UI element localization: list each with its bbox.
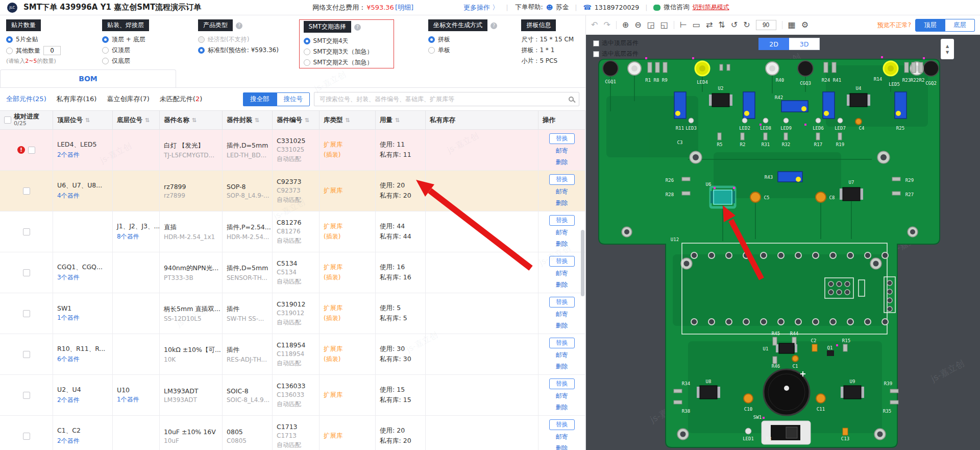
radio-other-qty[interactable] (6, 48, 13, 54)
table-row[interactable]: !LED4、LED52个器件白灯 【发光】TJ-L5FCMYGTD...插件,D… (0, 130, 585, 171)
mail-link[interactable]: 邮寄 (556, 187, 568, 196)
delete-link[interactable]: 删除 (556, 403, 568, 412)
radio-panelized[interactable] (428, 36, 435, 43)
column-header[interactable]: 库类型⇅ (320, 111, 376, 129)
replace-button[interactable]: 替换 (549, 378, 575, 389)
replace-button[interactable]: 替换 (549, 256, 575, 267)
row-checkbox[interactable] (23, 433, 30, 440)
mail-link[interactable]: 邮寄 (556, 269, 568, 278)
select-top-checkbox[interactable] (593, 40, 599, 46)
pcb-canvas[interactable]: 选中顶层器件 选中底层器件 2D 3D ▲ ▼ js-嘉立创js-嘉立创js-嘉… (586, 35, 980, 450)
measure-icon[interactable]: ⊢ (680, 21, 687, 29)
filter-tab-0[interactable]: 全部元件(25) (6, 94, 46, 104)
sort-icon[interactable]: ⇅ (395, 117, 400, 124)
undo-icon[interactable]: ↶ (591, 21, 598, 29)
preview-issue-link[interactable]: 预览不正常? (877, 21, 911, 30)
radio-leadtime-4d[interactable] (304, 38, 310, 44)
search-icon[interactable] (569, 97, 574, 102)
wechat-link[interactable]: 微信咨询 (664, 3, 689, 12)
simple-mode-link[interactable]: 切到简易模式 (692, 3, 729, 12)
collapse-up-icon[interactable]: ▲ (946, 44, 949, 49)
zoom-out-icon[interactable]: ⊖ (634, 21, 641, 29)
replace-button[interactable]: 替换 (549, 215, 575, 226)
select-bottom-checkbox[interactable] (593, 51, 599, 57)
mail-link[interactable]: 邮寄 (556, 228, 568, 237)
search-input[interactable] (320, 96, 569, 103)
designator-count-link[interactable]: 2个器件 (57, 396, 108, 405)
bottom-layer-button[interactable]: 底层 (945, 19, 975, 32)
column-header[interactable]: 用量⇅ (376, 111, 426, 129)
help-question-icon[interactable]: ? (236, 22, 242, 29)
radio-single-board[interactable] (428, 47, 435, 54)
replace-button[interactable]: 替换 (549, 174, 575, 185)
filter-tab-2[interactable]: 嘉立创库存(7) (107, 94, 149, 104)
row-checkbox[interactable] (23, 392, 30, 399)
ruler-icon[interactable]: ▭ (693, 21, 700, 29)
help-question-icon[interactable]: ? (491, 22, 497, 29)
designator-count-link[interactable]: 2个器件 (57, 437, 108, 445)
collapse-panel-button[interactable]: ▲ ▼ (941, 39, 954, 59)
radio-top-bottom[interactable] (102, 36, 109, 43)
flip-vertical-icon[interactable]: ⇅ (718, 21, 725, 29)
column-header[interactable]: 底层位号⇅ (113, 111, 160, 129)
snapshot-icon[interactable]: ▦ (788, 21, 796, 29)
row-checkbox[interactable] (23, 269, 30, 276)
row-checkbox[interactable] (23, 351, 30, 358)
settings-gear-icon[interactable]: ⚙ (801, 21, 808, 29)
designator-count-link[interactable]: 6个器件 (57, 355, 108, 364)
radio-leadtime-3d[interactable] (304, 49, 310, 55)
radio-top-only[interactable] (102, 47, 109, 54)
zoom-area-icon[interactable]: ◲ (647, 21, 655, 29)
designator-count-link[interactable]: 3个器件 (57, 273, 108, 282)
payment-detail-link[interactable]: [明细] (395, 3, 413, 12)
column-header[interactable]: 顶层位号⇅ (53, 111, 113, 129)
filter-tab-1[interactable]: 私有库存(16) (57, 94, 97, 104)
zoom-in-icon[interactable]: ⊕ (622, 21, 629, 29)
row-checkbox[interactable] (28, 147, 35, 154)
mode-2d-button[interactable]: 2D (758, 38, 789, 50)
mail-link[interactable]: 邮寄 (556, 147, 568, 155)
search-all-button[interactable]: 搜全部 (243, 92, 277, 106)
zoom-fit-icon[interactable]: ◱ (660, 21, 668, 29)
redo-icon[interactable]: ↷ (603, 21, 610, 29)
replace-button[interactable]: 替换 (549, 338, 575, 348)
radio-bottom-only[interactable] (102, 58, 109, 64)
designator-count-link[interactable]: 1个器件 (57, 314, 108, 322)
row-checkbox[interactable] (23, 310, 30, 317)
replace-button[interactable]: 替换 (549, 133, 575, 144)
radio-5pcs[interactable] (6, 36, 13, 43)
sort-icon[interactable]: ⇅ (85, 117, 90, 124)
mode-3d-button[interactable]: 3D (789, 38, 820, 50)
delete-link[interactable]: 删除 (556, 240, 568, 248)
rotate-right-icon[interactable]: ↻ (743, 21, 750, 29)
column-header[interactable]: 器件封装⇅ (223, 111, 273, 129)
flip-horizontal-icon[interactable]: ⇄ (706, 21, 713, 29)
tab-bom[interactable]: BOM (0, 69, 176, 87)
collapse-down-icon[interactable]: ▼ (946, 50, 949, 55)
table-scrollbar[interactable] (581, 230, 584, 296)
delete-link[interactable]: 删除 (556, 321, 568, 330)
more-actions-link[interactable]: 更多操作 〉 (463, 3, 499, 12)
table-row[interactable]: CGQ1、CGQ...3个器件940nm的NPN光...PT333-3B插件,D… (0, 252, 585, 293)
delete-link[interactable]: 删除 (556, 444, 568, 450)
u6-highlighted-chip[interactable] (710, 187, 735, 207)
help-question-icon[interactable]: ? (354, 24, 361, 31)
column-header[interactable]: 器件名称⇅ (160, 111, 223, 129)
mail-link[interactable]: 邮寄 (556, 392, 568, 400)
row-checkbox[interactable] (23, 187, 30, 195)
designator-count-link[interactable]: 2个器件 (57, 151, 108, 159)
rotate-left-icon[interactable]: ↺ (731, 21, 738, 29)
delete-link[interactable]: 删除 (556, 362, 568, 371)
table-row[interactable]: U2、U42个器件U101个器件LM393ADTLM393ADTSOIC-8SO… (0, 375, 585, 416)
table-row[interactable]: J1、J2、J3、...8个器件直插HDR-M-2.54_1x1插件,P=2.5… (0, 211, 585, 252)
top-layer-button[interactable]: 顶层 (915, 19, 945, 32)
other-quantity-input[interactable] (43, 46, 61, 55)
designator-count-link[interactable]: 1个器件 (117, 395, 155, 404)
table-row[interactable]: U6、U7、U8...4个器件rz7899rz7899SOP-8SOP-8_L4… (0, 171, 585, 211)
sort-icon[interactable]: ⇅ (305, 117, 309, 124)
designator-count-link[interactable]: 8个器件 (117, 232, 155, 241)
mail-link[interactable]: 邮寄 (556, 351, 568, 360)
select-all-checkbox[interactable] (4, 116, 11, 124)
mail-link[interactable]: 邮寄 (556, 310, 568, 319)
table-row[interactable]: SW11个器件柄长5mm 直插双...SS-12D10L5插件SW-TH SS-… (0, 293, 585, 334)
